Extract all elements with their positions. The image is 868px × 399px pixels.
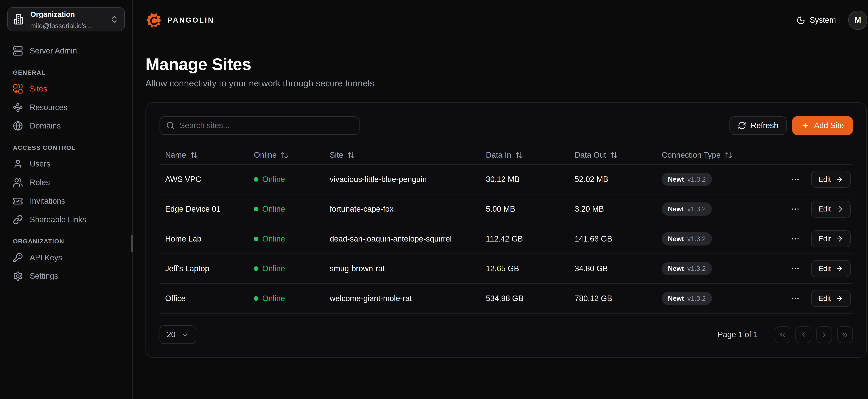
column-header-data-in[interactable]: Data In bbox=[480, 151, 569, 159]
row-menu-button[interactable] bbox=[789, 173, 802, 186]
cell-data-out: 34.80 GB bbox=[569, 264, 656, 273]
globe-icon bbox=[13, 121, 23, 131]
waypoints-icon bbox=[13, 102, 23, 112]
sidebar-item-server-admin[interactable]: Server Admin bbox=[7, 41, 125, 60]
page-info: Page 1 of 1 bbox=[718, 330, 758, 339]
online-dot bbox=[254, 266, 258, 271]
main-area: PANGOLIN System M Manage Sites Allow con… bbox=[133, 0, 868, 399]
brand-wordmark: PANGOLIN bbox=[167, 16, 214, 24]
cell-connection-type: Newtv1.3.2 bbox=[656, 292, 757, 305]
sidebar-section-access-control: ACCESS CONTROL bbox=[13, 144, 119, 151]
sidebar-item-label: Invitations bbox=[30, 196, 65, 206]
sort-icon bbox=[281, 151, 288, 159]
plus-icon bbox=[801, 121, 810, 130]
ticket-check-icon bbox=[13, 196, 23, 206]
page-size-select[interactable]: 20 bbox=[159, 326, 196, 344]
table-footer: 20 Page 1 of 1 bbox=[159, 326, 853, 344]
edit-button[interactable]: Edit bbox=[811, 201, 850, 218]
edit-button[interactable]: Edit bbox=[811, 231, 850, 247]
users-icon bbox=[13, 178, 23, 187]
column-header-site[interactable]: Site bbox=[324, 151, 480, 159]
cell-status: Online bbox=[248, 294, 324, 303]
cell-data-out: 780.12 GB bbox=[569, 294, 656, 303]
edit-button[interactable]: Edit bbox=[811, 260, 850, 277]
cell-name: Edge Device 01 bbox=[159, 205, 248, 214]
cell-connection-type: Newtv1.3.2 bbox=[656, 232, 757, 245]
cell-connection-type: Newtv1.3.2 bbox=[656, 173, 757, 186]
next-page-button[interactable] bbox=[816, 326, 832, 343]
column-header-online[interactable]: Online bbox=[248, 151, 324, 159]
cell-data-in: 30.12 MB bbox=[480, 175, 569, 184]
sidebar-item-label: Users bbox=[30, 159, 50, 168]
row-menu-button[interactable] bbox=[789, 232, 802, 246]
cell-data-out: 141.68 GB bbox=[569, 235, 656, 243]
brand-logo[interactable]: PANGOLIN bbox=[146, 12, 214, 29]
page-title: Manage Sites bbox=[146, 55, 867, 74]
chevrons-up-down-icon bbox=[110, 15, 119, 24]
cell-site: smug-brown-rat bbox=[324, 264, 480, 273]
arrow-right-icon bbox=[835, 175, 843, 183]
chevron-right-icon bbox=[820, 331, 828, 339]
cell-data-out: 52.02 MB bbox=[569, 175, 656, 184]
refresh-icon bbox=[738, 121, 746, 130]
server-icon bbox=[13, 46, 23, 56]
prev-page-button[interactable] bbox=[796, 326, 811, 343]
moon-icon bbox=[796, 16, 805, 25]
org-switcher-value: milo@fossorial.io's ... bbox=[30, 22, 94, 30]
edit-button[interactable]: Edit bbox=[811, 290, 850, 307]
column-header-connection-type[interactable]: Connection Type bbox=[656, 151, 757, 159]
cell-site: welcome-giant-mole-rat bbox=[324, 294, 480, 303]
online-dot bbox=[254, 207, 258, 211]
table-row: Office Online welcome-giant-mole-rat 534… bbox=[159, 284, 853, 314]
last-page-button[interactable] bbox=[837, 326, 853, 343]
table-header-row: Name Online Site Data In Data Out Connec… bbox=[159, 146, 853, 165]
search-input[interactable] bbox=[180, 121, 353, 130]
online-dot bbox=[254, 177, 258, 182]
arrow-right-icon bbox=[835, 265, 843, 272]
combine-icon bbox=[13, 84, 23, 94]
building-icon bbox=[13, 14, 25, 25]
sidebar-item-domains[interactable]: Domains bbox=[7, 117, 125, 135]
refresh-button[interactable]: Refresh bbox=[730, 116, 787, 135]
cell-data-in: 112.42 GB bbox=[480, 235, 569, 243]
sidebar-item-settings[interactable]: Settings bbox=[7, 267, 125, 285]
key-icon bbox=[13, 252, 23, 263]
row-menu-button[interactable] bbox=[789, 292, 802, 305]
sidebar-item-api-keys[interactable]: API Keys bbox=[7, 248, 125, 267]
org-switcher[interactable]: Organization milo@fossorial.io's ... bbox=[7, 7, 125, 31]
sidebar-item-label: Settings bbox=[30, 272, 58, 281]
table-row: AWS VPC Online vivacious-little-blue-pen… bbox=[159, 164, 853, 194]
sidebar-item-invitations[interactable]: Invitations bbox=[7, 192, 125, 210]
sites-table: Name Online Site Data In Data Out Connec… bbox=[159, 146, 853, 314]
row-menu-button[interactable] bbox=[789, 262, 802, 275]
sidebar-item-resources[interactable]: Resources bbox=[7, 98, 125, 117]
cell-status: Online bbox=[248, 264, 324, 273]
sort-icon bbox=[724, 151, 733, 159]
sidebar-item-users[interactable]: Users bbox=[7, 155, 125, 173]
cell-status: Online bbox=[248, 205, 324, 214]
sidebar-scrollbar[interactable] bbox=[131, 235, 133, 252]
online-dot bbox=[254, 237, 258, 241]
add-site-button[interactable]: Add Site bbox=[792, 116, 853, 135]
search-icon bbox=[166, 121, 175, 130]
cell-site: fortunate-cape-fox bbox=[324, 205, 480, 214]
user-avatar[interactable]: M bbox=[848, 10, 867, 30]
column-header-name[interactable]: Name bbox=[159, 151, 248, 159]
cell-data-in: 12.65 GB bbox=[480, 264, 569, 273]
sidebar-nav: Server Admin GENERAL Sites Resources Do bbox=[7, 31, 125, 285]
column-header-data-out[interactable]: Data Out bbox=[569, 151, 656, 159]
sidebar-item-sites[interactable]: Sites bbox=[7, 80, 125, 98]
sidebar-item-label: Sites bbox=[30, 84, 47, 93]
sidebar-item-roles[interactable]: Roles bbox=[7, 173, 125, 192]
edit-button[interactable]: Edit bbox=[811, 171, 850, 188]
row-menu-button[interactable] bbox=[789, 202, 802, 216]
theme-toggle[interactable]: System bbox=[796, 16, 836, 25]
sidebar-item-shareable-links[interactable]: Shareable Links bbox=[7, 210, 125, 229]
chevrons-right-icon bbox=[841, 331, 849, 339]
first-page-button[interactable] bbox=[775, 326, 790, 343]
sidebar-item-label: Domains bbox=[30, 121, 61, 130]
sidebar-item-label: Roles bbox=[30, 178, 50, 187]
user-icon bbox=[13, 159, 23, 169]
connection-badge: Newtv1.3.2 bbox=[662, 203, 712, 216]
connection-badge: Newtv1.3.2 bbox=[662, 292, 712, 305]
